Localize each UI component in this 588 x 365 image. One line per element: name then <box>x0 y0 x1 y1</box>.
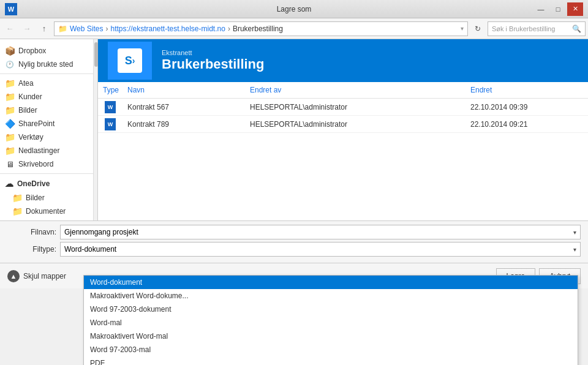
window-controls: — □ ✕ <box>533 2 583 16</box>
sidebar-item-kunder[interactable]: 📁 Kunder <box>0 90 93 103</box>
close-button[interactable]: ✕ <box>567 2 583 16</box>
search-placeholder: Søk i Brukerbestilling <box>492 25 555 32</box>
sidebar-scrollbar[interactable] <box>93 39 97 220</box>
file-date-1: 22.10.2014 09:39 <box>466 103 588 111</box>
dropbox-icon: 📦 <box>5 46 15 56</box>
hide-folders-label: Skjul mapper <box>23 272 66 280</box>
filetype-value: Word-dokument <box>64 245 116 254</box>
sp-title-area: Ekstranett Brukerbestilling <box>162 49 264 72</box>
sharepoint-header: S › Ekstranett Brukerbestilling <box>98 39 588 82</box>
refresh-button[interactable]: ↻ <box>470 21 485 36</box>
path-part2[interactable]: https://ekstranett-test.helse-midt.no <box>110 24 225 33</box>
minimize-button[interactable]: — <box>533 2 549 16</box>
sidebar-item-dokumenter-label: Dokumenter <box>26 207 66 216</box>
file-name-2: Kontrakt 789 <box>123 120 245 129</box>
filetype-label: Filtype: <box>7 245 56 254</box>
sp-logo-arrow: › <box>132 56 135 66</box>
onedrive-icon: ☁ <box>5 179 13 189</box>
sidebar-item-updown[interactable]: 📁 Up and Down <box>0 218 93 220</box>
bilder-onedrive-icon: 📁 <box>12 193 22 203</box>
nylig-icon: 🕐 <box>5 59 15 69</box>
verktoy-icon: 📁 <box>5 132 15 142</box>
sidebar-item-dokumenter[interactable]: 📁 Dokumenter <box>0 205 93 218</box>
sidebar-item-bilder-onedrive[interactable]: 📁 Bilder <box>0 191 93 205</box>
sidebar-item-sharepoint[interactable]: 🔷 SharePoint <box>0 117 93 130</box>
table-row[interactable]: W Kontrakt 567 HELSEPORTAL\administrator… <box>98 99 588 116</box>
up-button[interactable]: ↑ <box>37 21 51 36</box>
sidebar-item-dropbox[interactable]: 📦 Dropbox <box>0 44 93 58</box>
sharepoint-icon: 🔷 <box>5 119 15 129</box>
sidebar-item-skrivebord[interactable]: 🖥 Skrivebord <box>0 157 93 171</box>
hide-folders-button[interactable]: ▲ Skjul mapper <box>7 270 66 282</box>
atea-icon: 📁 <box>5 78 15 88</box>
nedlastinger-icon: 📁 <box>5 146 15 156</box>
sidebar-item-bilder-label: Bilder <box>18 106 37 115</box>
path-folder-icon: 📁 <box>58 24 67 33</box>
filetype-dropdown-menu[interactable]: Word-dokument Makroaktivert Word-dokume.… <box>83 275 578 288</box>
sidebar-item-kunder-label: Kunder <box>18 92 42 101</box>
filetype-dropdown-arrow: ▾ <box>573 246 576 253</box>
filetype-row: Filtype: Word-dokument ▾ <box>7 242 581 257</box>
updown-icon: 📁 <box>12 220 22 220</box>
sp-title: Brukerbestilling <box>162 56 264 72</box>
dropdown-item-0[interactable]: Word-dokument <box>84 276 578 288</box>
search-box[interactable]: Søk i Brukerbestilling 🔍 <box>488 21 586 36</box>
back-button[interactable]: ← <box>2 21 17 36</box>
col-header-endretav[interactable]: Endret av <box>245 82 466 98</box>
divider1 <box>0 73 93 74</box>
path-sep1: › <box>105 24 108 33</box>
maximize-button[interactable]: □ <box>550 2 566 16</box>
address-bar: ← → ↑ 📁 Web Sites › https://ekstranett-t… <box>0 18 588 39</box>
sidebar-item-atea[interactable]: 📁 Atea <box>0 77 93 90</box>
sp-logo-text: S <box>125 55 132 67</box>
file-author-2: HELSEPORTAL\administrator <box>245 120 466 129</box>
sidebar-item-sharepoint-label: SharePoint <box>18 119 55 128</box>
sp-logo: S › <box>108 42 152 80</box>
sidebar-item-bilder-onedrive-label: Bilder <box>26 194 45 202</box>
sidebar-item-bilder[interactable]: 📁 Bilder <box>0 103 93 117</box>
file-author-1: HELSEPORTAL\administrator <box>245 103 466 111</box>
col-header-endret[interactable]: Endret <box>466 82 588 98</box>
sidebar-item-dropbox-label: Dropbox <box>18 47 46 55</box>
skrivebord-icon: 🖥 <box>5 159 15 169</box>
forward-button[interactable]: → <box>20 21 34 36</box>
file-date-2: 22.10.2014 09:21 <box>466 120 588 129</box>
content-area: S › Ekstranett Brukerbestilling Type Nav… <box>98 39 588 220</box>
word-icon: W <box>5 3 17 15</box>
path-part1[interactable]: Web Sites <box>70 24 103 33</box>
path-sep2: › <box>228 24 230 33</box>
sidebar-item-verktoy-label: Verktøy <box>18 133 43 141</box>
sidebar-item-atea-label: Atea <box>18 79 34 88</box>
sidebar-scroll-thumb[interactable] <box>94 42 98 67</box>
sidebar-item-nylig-label: Nylig brukte sted <box>18 60 73 69</box>
filename-value: Gjennomgang prosjekt <box>64 228 138 236</box>
window-title: Lagre som <box>277 5 312 13</box>
filetype-input[interactable]: Word-dokument ▾ <box>60 242 581 257</box>
main-area: 📦 Dropbox 🕐 Nylig brukte sted 📁 Atea 📁 K… <box>0 39 588 220</box>
col-header-type[interactable]: Type <box>98 82 123 98</box>
hide-folders-icon: ▲ <box>7 270 20 282</box>
filename-dropdown-arrow: ▾ <box>573 229 576 236</box>
path-part3: Brukerbestilling <box>233 24 283 33</box>
search-icon: 🔍 <box>572 24 581 33</box>
sidebar-item-nedlastinger[interactable]: 📁 Nedlastinger <box>0 144 93 157</box>
filename-label: Filnavn: <box>7 228 56 236</box>
sidebar-item-nedlastinger-label: Nedlastinger <box>18 146 59 155</box>
table-row[interactable]: W Kontrakt 789 HELSEPORTAL\administrator… <box>98 116 588 133</box>
filename-input[interactable]: Gjennomgang prosjekt ▾ <box>60 225 581 239</box>
col-header-navn[interactable]: Navn <box>123 82 245 98</box>
sidebar-section-onedrive[interactable]: ☁ OneDrive <box>0 176 93 191</box>
title-bar-left: W <box>5 3 17 15</box>
title-bar: W Lagre som — □ ✕ <box>0 0 588 18</box>
sp-logo-inner: S › <box>118 48 142 73</box>
file-name-1: Kontrakt 567 <box>123 103 245 111</box>
bottom-form-area: Filnavn: Gjennomgang prosjekt ▾ Filtype:… <box>0 220 588 263</box>
address-path[interactable]: 📁 Web Sites › https://ekstranett-test.he… <box>54 21 468 36</box>
file-icon-2: W <box>98 116 123 132</box>
kunder-icon: 📁 <box>5 92 15 102</box>
onedrive-label: OneDrive <box>17 179 50 188</box>
file-icon-1: W <box>98 99 123 115</box>
sidebar-item-nylig[interactable]: 🕐 Nylig brukte sted <box>0 58 93 71</box>
sidebar-item-verktoy[interactable]: 📁 Verktøy <box>0 130 93 144</box>
divider2 <box>0 173 93 174</box>
